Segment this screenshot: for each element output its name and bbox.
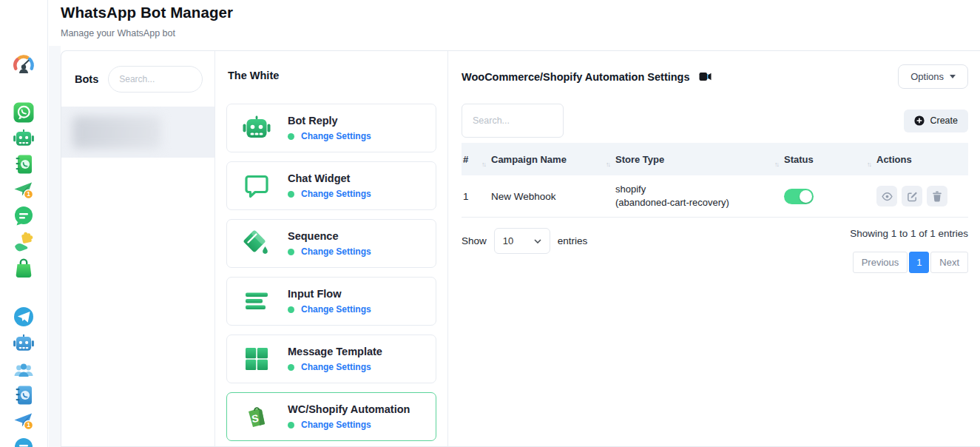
group-users-blue-icon [13,359,35,381]
sidebar-item-telegram-campaign[interactable]: 1 [13,410,35,432]
sidebar-item-integrations[interactable] [13,231,35,253]
create-button-label: Create [930,115,958,126]
bot-features-panel: The White Bot Reply [215,51,448,446]
contacts-book-blue-icon [13,384,35,406]
sidebar-item-whatsapp-chat[interactable] [13,205,35,227]
robot-green-icon [13,127,35,149]
sort-icon[interactable]: ↑↓ [774,161,778,168]
change-settings-link[interactable]: Change Settings [301,189,371,199]
toggle-knob [800,190,812,203]
robot-blue-icon [13,332,35,354]
eye-icon [882,191,893,202]
sidebar-item-whatsapp-bot[interactable] [13,127,35,149]
bots-search-input[interactable] [108,66,203,93]
column-header-status: Status ↑↓ [784,154,876,165]
delete-button[interactable] [927,186,947,206]
table-header-row: # ↑↓ Campaign Name ↑↓ Store Type ↑↓ Stat… [462,143,968,175]
video-camera-icon[interactable] [699,72,712,81]
layout-gutter [49,46,61,447]
sidebar-item-telegram-chat[interactable] [13,437,35,447]
feature-card-bot-reply[interactable]: Bot Reply Change Settings [226,104,436,152]
icon-sidebar: 1 [0,0,48,447]
campaign-plane-green-icon: 1 [13,179,35,201]
sort-icon[interactable]: ↑↓ [481,161,485,168]
page-size-select[interactable]: 10 [494,228,550,254]
telegram-icon [13,306,35,328]
change-settings-link[interactable]: Change Settings [301,420,371,430]
bots-panel-title: Bots [75,73,98,85]
feature-label: Input Flow [288,288,371,300]
status-dot [288,364,294,371]
change-settings-link[interactable]: Change Settings [301,304,371,315]
status-toggle[interactable] [784,189,814,204]
caret-down-icon [950,75,956,78]
showing-info: Showing 1 to 1 of 1 entries [850,228,968,239]
sidebar-item-dashboard[interactable] [13,54,35,76]
sort-icon[interactable]: ↑↓ [606,161,609,168]
badge-count: 1 [27,421,30,428]
page-subtitle: Manage your WhatsApp bot [61,28,233,38]
row-index: 1 [462,191,491,202]
options-button-label: Options [910,71,944,82]
automation-settings-panel: WooCommerce/Shopify Automation Settings … [448,51,980,446]
sidebar-item-telegram-bot[interactable] [13,332,35,354]
feature-card-input-flow[interactable]: Input Flow Change Settings [226,277,436,326]
bots-panel: Bots [61,51,215,446]
page-size-value: 10 [503,235,513,246]
previous-page-button[interactable]: Previous [853,252,908,273]
message-template-icon [242,344,271,374]
trash-icon [932,191,942,202]
options-button[interactable]: Options [898,64,968,89]
column-header-index: # ↑↓ [462,154,491,165]
whatsapp-icon [13,101,35,124]
table-search-input[interactable] [462,104,564,138]
sort-icon[interactable]: ↑↓ [867,161,871,168]
bot-list-item-selected[interactable] [61,107,214,158]
feature-label: Chat Widget [288,172,371,184]
view-button[interactable] [876,186,897,206]
feature-card-sequence[interactable]: Sequence Change Settings [226,219,436,268]
plus-circle-icon [914,115,925,126]
change-settings-link[interactable]: Change Settings [301,131,371,141]
sidebar-item-whatsapp-contacts[interactable] [13,153,35,175]
change-settings-link[interactable]: Change Settings [301,246,371,257]
sidebar-item-store[interactable] [13,257,35,279]
column-header-campaign-name: Campaign Name ↑↓ [491,154,615,165]
settings-title: WooCommerce/Shopify Automation Settings [462,71,690,83]
next-page-button[interactable]: Next [930,252,968,273]
create-button[interactable]: Create [904,110,968,132]
chat-bubble-blue-icon [13,437,35,447]
sequence-icon [242,229,271,258]
shopping-bag-green-icon [13,257,35,279]
content-card: Bots The White [61,50,980,447]
campaigns-table: # ↑↓ Campaign Name ↑↓ Store Type ↑↓ Stat… [462,143,968,218]
change-settings-link[interactable]: Change Settings [301,362,371,372]
pagination: Previous 1 Next [850,252,968,273]
column-header-actions: Actions [876,154,968,165]
edit-button[interactable] [902,186,922,206]
current-page-button[interactable]: 1 [909,252,929,273]
feature-card-chat-widget[interactable]: Chat Widget Change Settings [226,161,436,210]
page-header: WhatsApp Bot Manager Manage your WhatsAp… [61,4,233,38]
chat-widget-icon [242,171,271,201]
sidebar-item-telegram[interactable] [13,306,35,328]
edit-pencil-icon [907,191,918,202]
row-store-type: shopify (abandoned-cart-recovery) [615,183,784,209]
entries-label: entries [558,235,588,246]
feature-label: Message Template [288,346,382,357]
campaign-plane-blue-icon: 1 [13,410,35,432]
sidebar-item-whatsapp-campaign[interactable]: 1 [13,179,35,201]
bot-name-redacted [72,116,161,149]
contacts-book-green-icon [13,153,35,175]
feature-label: Bot Reply [288,115,371,127]
sidebar-item-telegram-groups[interactable] [13,359,35,381]
feature-card-wc-shopify-automation[interactable]: S WC/Shopify Automation Change Settings [226,392,436,441]
selected-bot-name: The White [228,70,436,81]
chat-bubble-green-icon [13,205,35,227]
sidebar-item-telegram-contacts[interactable] [13,384,35,406]
table-row: 1 New Webhook shopify (abandoned-cart-re… [462,175,968,218]
feature-card-message-template[interactable]: Message Template Change Settings [226,335,436,383]
sidebar-item-whatsapp[interactable] [13,101,35,124]
status-dot [288,422,294,428]
column-header-store-type: Store Type ↑↓ [615,154,784,165]
